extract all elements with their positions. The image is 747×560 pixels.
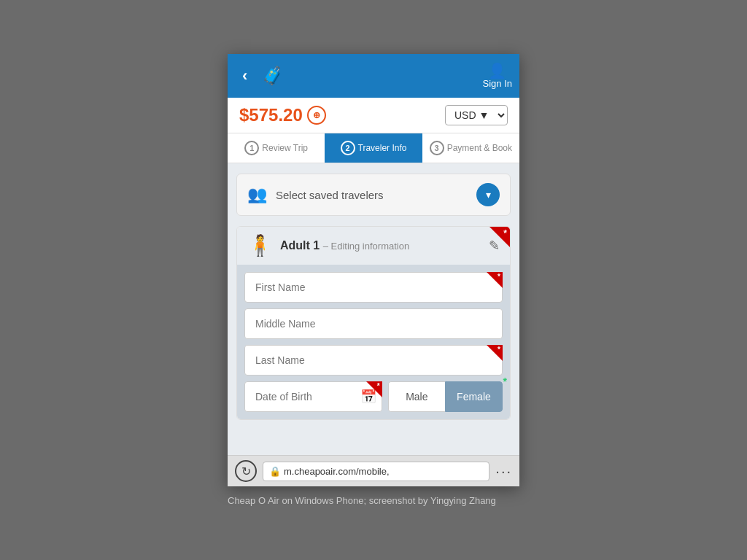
last-name-input[interactable] xyxy=(244,345,503,376)
adult-header: 🧍 Adult 1 – Editing information ✎ xyxy=(237,227,510,265)
tab-traveler-info[interactable]: 2 Traveler Info xyxy=(325,133,422,163)
signin-label: Sign In xyxy=(483,78,512,89)
adult-subtitle: – Editing information xyxy=(323,241,410,252)
adult-title-group: Adult 1 – Editing information xyxy=(280,239,409,252)
price-bar: $575.20 ⊕ USD ▼ EUR GBP xyxy=(228,98,519,133)
currency-select[interactable]: USD ▼ EUR GBP xyxy=(445,105,508,125)
form-fields: 📅 * Male Female xyxy=(237,265,510,419)
back-button[interactable]: ‹ xyxy=(235,61,255,91)
top-bar: ‹ 🧳 👤 Sign In xyxy=(228,54,519,98)
dob-required xyxy=(366,381,382,397)
step-label-3: Payment & Book xyxy=(447,143,512,153)
chevron-down-icon: ▾ xyxy=(486,189,491,201)
url-text: m.cheapoair.com/mobile, xyxy=(284,466,390,477)
middle-name-input[interactable] xyxy=(244,308,503,339)
price-display: $575.20 ⊕ xyxy=(239,105,326,125)
refresh-button[interactable]: ↻ xyxy=(235,460,257,482)
gender-buttons: Male Female xyxy=(388,381,503,412)
tab-review-trip[interactable]: 1 Review Trip xyxy=(228,133,325,163)
caption-text: Cheap O Air on Windows Phone; screenshot… xyxy=(228,495,519,506)
step-label-2: Traveler Info xyxy=(358,143,407,153)
travelers-dropdown-button[interactable]: ▾ xyxy=(476,183,500,206)
saved-travelers-row[interactable]: 👥 Select saved travelers ▾ xyxy=(236,174,511,216)
first-name-input[interactable] xyxy=(244,272,503,303)
last-name-wrapper xyxy=(244,345,503,376)
top-bar-left: ‹ 🧳 xyxy=(235,61,284,91)
gender-required-star: * xyxy=(503,376,507,387)
url-bar[interactable]: 🔒 m.cheapoair.com/mobile, xyxy=(263,462,489,481)
dob-wrapper: 📅 xyxy=(244,381,382,412)
step-num-2: 2 xyxy=(341,141,355,155)
adult-figure-icon: 🧍 xyxy=(247,236,273,256)
travelers-icon: 👥 xyxy=(247,185,267,204)
adult-title: Adult 1 xyxy=(280,239,320,252)
reward-icon: ⊕ xyxy=(307,106,326,125)
more-button[interactable]: ··· xyxy=(495,463,512,480)
step-label-1: Review Trip xyxy=(262,143,308,153)
gender-female-button[interactable]: Female xyxy=(445,381,503,412)
step-num-1: 1 xyxy=(244,141,259,155)
price-value: $575.20 xyxy=(239,105,303,125)
step-num-3: 3 xyxy=(430,141,444,155)
tab-payment-book[interactable]: 3 Payment & Book xyxy=(422,133,519,163)
browser-bar: ↻ 🔒 m.cheapoair.com/mobile, ··· xyxy=(228,455,519,486)
gender-wrapper: * Male Female xyxy=(388,381,503,412)
first-name-required xyxy=(487,272,503,288)
lock-icon: 🔒 xyxy=(269,466,281,477)
required-indicator xyxy=(489,227,510,247)
luggage-icon: 🧳 xyxy=(262,66,284,86)
signin-button[interactable]: 👤 Sign In xyxy=(483,63,512,89)
last-name-required xyxy=(487,345,503,361)
middle-name-wrapper xyxy=(244,308,503,339)
main-content: 👥 Select saved travelers ▾ 🧍 Adult 1 – E… xyxy=(228,163,519,455)
adult-section: 🧍 Adult 1 – Editing information ✎ xyxy=(236,226,511,420)
step-tabs: 1 Review Trip 2 Traveler Info 3 Payment … xyxy=(228,133,519,163)
gender-male-button[interactable]: Male xyxy=(388,381,445,412)
dob-gender-row: 📅 * Male Female xyxy=(244,381,503,412)
first-name-wrapper xyxy=(244,272,503,303)
person-icon: 👤 xyxy=(488,63,506,78)
travelers-label: Select saved travelers xyxy=(276,189,468,201)
